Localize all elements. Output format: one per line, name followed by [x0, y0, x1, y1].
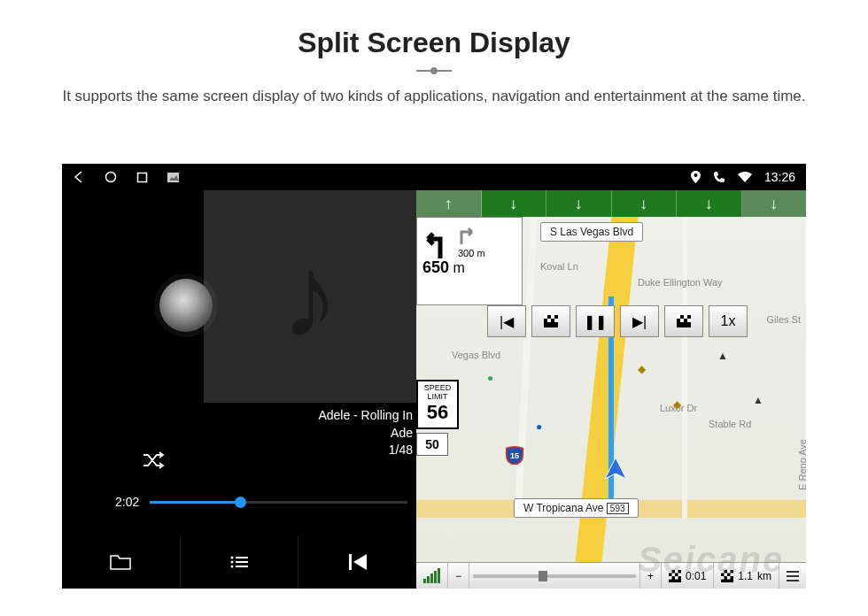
road-name: E Reno Ave	[797, 439, 806, 490]
svg-rect-37	[787, 580, 799, 581]
svg-rect-33	[721, 576, 725, 580]
current-speed: 50	[416, 433, 448, 456]
image-icon	[167, 173, 179, 182]
zoom-out-button[interactable]: −	[448, 563, 469, 589]
playlist-button[interactable]	[181, 535, 299, 589]
svg-rect-9	[349, 554, 352, 570]
poi-icon: ▲	[717, 350, 728, 362]
page-description: It supports the same screen display of t…	[62, 86, 806, 107]
back-icon[interactable]	[73, 171, 85, 183]
svg-rect-4	[236, 557, 248, 558]
speed-limit-sign: SPEED LIMIT 56	[416, 380, 459, 429]
svg-point-0	[106, 173, 116, 182]
menu-icon	[787, 571, 799, 581]
svg-rect-36	[787, 575, 799, 577]
navigation-pane[interactable]: ↑ ↓ ↓ ↓ ↓ ↓ S Las Vegas Blvd 30	[416, 190, 806, 589]
svg-rect-17	[684, 315, 687, 319]
device-screenshot: 13:26 ♪ Adele - Rolling In Ade 1/48 2:02	[62, 164, 806, 589]
recent-icon[interactable]	[136, 172, 148, 183]
svg-rect-8	[236, 566, 248, 567]
road-name: Stable Rd	[709, 419, 751, 429]
skip-next-button[interactable]: ▶|	[620, 305, 659, 337]
track-index: 1/48	[318, 442, 413, 459]
music-note-icon: ♪	[282, 230, 339, 363]
svg-point-7	[231, 566, 234, 568]
speed-limit-value: 56	[418, 402, 457, 423]
svg-rect-19	[687, 319, 691, 322]
skip-prev-button[interactable]: |◀	[487, 305, 526, 337]
next-turn-distance: 300 m	[458, 248, 485, 258]
lane-guidance-bar: ↑ ↓ ↓ ↓ ↓ ↓	[416, 190, 806, 217]
svg-rect-12	[551, 315, 554, 319]
shuffle-icon[interactable]	[142, 451, 165, 474]
music-pane: ♪ Adele - Rolling In Ade 1/48 2:02	[62, 190, 416, 589]
street-label: W Tropicana Ave 593	[514, 498, 639, 518]
home-icon[interactable]	[105, 171, 117, 183]
svg-rect-16	[677, 315, 680, 319]
svg-rect-13	[547, 319, 551, 322]
signal-bars-icon	[423, 568, 440, 583]
progress-row: 2:02	[115, 495, 407, 509]
menu-button[interactable]	[779, 563, 806, 589]
remaining-distance: 1.1 km	[714, 563, 779, 589]
zoom-in-button[interactable]: +	[640, 563, 662, 589]
remaining-time: 0:01	[662, 563, 714, 589]
track-title: Adele - Rolling In	[318, 407, 413, 425]
flag-next-button[interactable]	[664, 305, 703, 337]
finish-flag-icon	[721, 570, 733, 582]
exit-tag: 593	[607, 503, 629, 514]
svg-rect-11	[544, 315, 547, 319]
svg-rect-25	[678, 573, 681, 576]
zoom-slider[interactable]	[469, 563, 640, 589]
street-label: S Las Vegas Blvd	[540, 222, 643, 242]
svg-point-5	[231, 561, 234, 564]
finish-flag-icon	[669, 570, 681, 582]
poi-icon: ▲	[753, 394, 763, 406]
phone-icon	[713, 171, 725, 183]
previous-button[interactable]	[298, 535, 416, 589]
interstate-shield-icon: 15	[505, 445, 524, 465]
svg-rect-1	[138, 173, 147, 181]
flag-prev-button[interactable]	[531, 305, 570, 337]
progress-bar[interactable]	[150, 501, 407, 504]
road-name: Duke Ellington Way	[638, 277, 723, 288]
svg-rect-18	[680, 319, 684, 322]
pause-button[interactable]: ❚❚	[576, 305, 615, 337]
status-bar: 13:26	[62, 164, 806, 190]
lane-arrow-icon: ↓	[612, 190, 678, 217]
svg-rect-35	[787, 571, 799, 573]
road-name: Koval Ln	[540, 261, 578, 272]
status-clock: 13:26	[764, 170, 795, 184]
turn-distance: 650	[422, 258, 449, 276]
turn-right-icon	[458, 223, 477, 244]
svg-rect-6	[236, 561, 248, 563]
svg-rect-23	[675, 570, 678, 574]
svg-rect-32	[731, 573, 734, 576]
nav-control-buttons: |◀ ❚❚ ▶| 1x	[487, 305, 748, 337]
svg-rect-26	[669, 576, 672, 580]
lane-arrow-icon: ↓	[742, 190, 807, 217]
speed-button[interactable]: 1x	[709, 305, 748, 337]
folder-button[interactable]	[62, 535, 181, 589]
wifi-icon	[738, 172, 752, 182]
poi-icon: ◆	[673, 398, 681, 411]
title-divider	[416, 70, 452, 72]
elapsed-time: 2:02	[115, 495, 139, 509]
turn-panel: 300 m 650 m	[416, 217, 523, 305]
svg-rect-22	[669, 570, 672, 574]
nav-bottom-bar: − + 0:01 1.1 km	[416, 562, 806, 589]
svg-rect-29	[721, 570, 725, 574]
location-icon	[691, 171, 701, 183]
volume-dial[interactable]	[159, 279, 213, 332]
svg-rect-31	[725, 573, 728, 576]
turn-unit: m	[453, 260, 465, 275]
page-title: Split Screen Display	[0, 27, 868, 59]
svg-rect-27	[675, 576, 678, 580]
track-artist: Ade	[318, 425, 413, 443]
poi-icon: ●	[536, 420, 542, 433]
svg-rect-14	[554, 319, 558, 322]
svg-point-3	[231, 557, 234, 559]
album-art-placeholder: ♪	[204, 190, 416, 403]
svg-rect-34	[727, 576, 731, 580]
svg-rect-30	[727, 570, 731, 574]
